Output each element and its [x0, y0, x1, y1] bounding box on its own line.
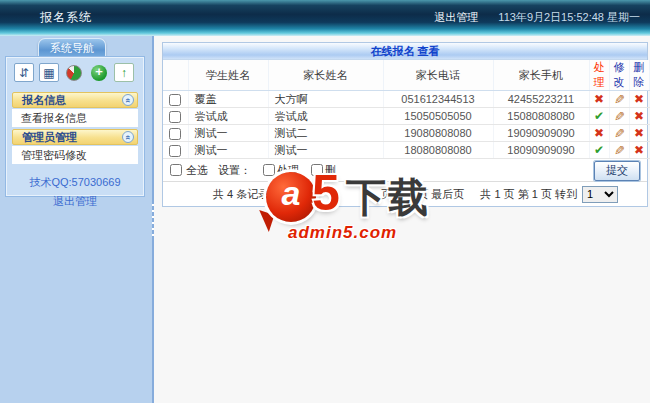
section-title: 报名信息	[22, 94, 66, 106]
sidebar: 系统导航 ⇵ ▦ + ↑ 报名信息 « 查看报名信息 管理员管理 « 管理密	[0, 36, 154, 403]
top-header-bar: 报名系统 退出管理 113年9月2日15:52:48 星期一	[0, 0, 650, 36]
cell-parent-mobile: 42455223211	[493, 91, 589, 108]
col-process: 处理	[589, 60, 609, 91]
registration-table: 学生姓名 家长姓名 家长电话 家长手机 处理 修改 删除 覆盖 大方啊 0516…	[163, 60, 650, 159]
cell-parent-name: 大方啊	[268, 91, 383, 108]
cell-parent-mobile: 19090909090	[493, 125, 589, 142]
sidebar-item-change-password[interactable]: 管理密码修改	[12, 146, 138, 164]
header-logout-link[interactable]: 退出管理	[434, 10, 478, 25]
sidebar-panel: ⇵ ▦ + ↑ 报名信息 « 查看报名信息 管理员管理 « 管理密码修改 技术Q…	[5, 56, 145, 197]
support-qq-text: 技术QQ:57030669	[6, 175, 144, 190]
edit-icon[interactable]: ✎	[614, 143, 625, 158]
cell-student-name: 测试一	[188, 142, 268, 159]
table-row: 测试一 测试二 19080808080 19090909090 ✖ ✎ ✖	[163, 125, 649, 142]
section-title: 管理员管理	[22, 131, 77, 143]
settings-label: 设置：	[218, 163, 251, 178]
delete-option-label: 删	[325, 163, 336, 178]
batch-controls-row: 全选 设置： 处理 删 提交	[163, 159, 647, 182]
select-all-checkbox[interactable]	[170, 164, 182, 176]
table-header-row: 学生姓名 家长姓名 家长电话 家长手机 处理 修改 删除	[163, 60, 649, 91]
page-info-text: 共 1 页 第 1 页 转到	[480, 187, 577, 202]
cell-parent-mobile: 15080808080	[493, 108, 589, 125]
process-status-icon[interactable]: ✖	[594, 92, 604, 106]
row-checkbox[interactable]	[169, 128, 181, 140]
cell-parent-name: 测试二	[268, 125, 383, 142]
page-select-dropdown[interactable]: 1	[582, 186, 618, 203]
app-title: 报名系统	[40, 9, 92, 26]
sidebar-logout-link[interactable]: 退出管理	[6, 194, 144, 209]
header-datetime: 113年9月2日15:52:48 星期一	[498, 10, 640, 25]
select-all-label: 全选	[186, 163, 208, 178]
col-parent-phone: 家长电话	[383, 60, 493, 91]
sort-icon[interactable]: ⇵	[14, 63, 34, 82]
process-option-checkbox[interactable]	[263, 164, 275, 176]
delete-icon[interactable]: ✖	[634, 109, 644, 123]
cell-parent-mobile: 18090909090	[493, 142, 589, 159]
cell-parent-name: 测试一	[268, 142, 383, 159]
pagination-nav-links[interactable]: 页 下一页 最后页	[381, 187, 464, 202]
table-row: 测试一 测试一 18080808080 18090909090 ✔ ✎ ✖	[163, 142, 649, 159]
delete-option-checkbox[interactable]	[311, 164, 323, 176]
export-up-icon[interactable]: ↑	[114, 63, 134, 82]
pie-chart-icon[interactable]	[64, 63, 84, 82]
logo-swoosh-tail	[254, 210, 275, 232]
sidebar-menu: 报名信息 « 查看报名信息 管理员管理 « 管理密码修改	[12, 92, 138, 164]
header-checkbox-col	[163, 60, 188, 91]
col-parent-mobile: 家长手机	[493, 60, 589, 91]
add-icon[interactable]: +	[89, 63, 109, 82]
collapse-icon[interactable]: «	[122, 131, 134, 143]
collapse-icon[interactable]: «	[122, 94, 134, 106]
delete-icon[interactable]: ✖	[634, 92, 644, 106]
delete-icon[interactable]: ✖	[634, 143, 644, 157]
main-panel: 在线报名 查看 学生姓名 家长姓名 家长电话 家长手机 处理 修改 删除	[162, 42, 648, 207]
cell-parent-phone: 15050505050	[383, 108, 493, 125]
cell-student-name: 覆盖	[188, 91, 268, 108]
section-header-registration-info[interactable]: 报名信息 «	[12, 92, 138, 108]
panel-title-bar: 在线报名 查看	[163, 43, 647, 60]
cell-student-name: 尝试成	[188, 108, 268, 125]
cell-student-name: 测试一	[188, 125, 268, 142]
sidebar-item-view-registrations[interactable]: 查看报名信息	[12, 109, 138, 127]
edit-icon[interactable]: ✎	[614, 109, 625, 124]
grid-icon[interactable]: ▦	[39, 63, 59, 82]
table-row: 覆盖 大方啊 051612344513 42455223211 ✖ ✎ ✖	[163, 91, 649, 108]
edit-icon[interactable]: ✎	[614, 126, 625, 141]
cell-parent-phone: 18080808080	[383, 142, 493, 159]
cell-parent-name: 尝试成	[268, 108, 383, 125]
process-option-label: 处理	[277, 163, 299, 178]
edit-icon[interactable]: ✎	[614, 92, 625, 107]
submit-button[interactable]: 提交	[594, 161, 640, 181]
header-right-group: 退出管理 113年9月2日15:52:48 星期一	[434, 10, 640, 25]
section-header-admin-management[interactable]: 管理员管理 «	[12, 129, 138, 145]
col-parent-name: 家长姓名	[268, 60, 383, 91]
col-student-name: 学生姓名	[188, 60, 268, 91]
col-edit: 修改	[609, 60, 629, 91]
row-checkbox[interactable]	[169, 145, 181, 157]
process-status-icon[interactable]: ✖	[594, 126, 604, 140]
process-status-icon[interactable]: ✔	[594, 143, 604, 157]
sidebar-splitter-handle[interactable]	[152, 204, 154, 238]
table-row: 尝试成 尝试成 15050505050 15080808080 ✔ ✎ ✖	[163, 108, 649, 125]
panel-title: 在线报名	[370, 45, 414, 57]
cell-parent-phone: 051612344513	[383, 91, 493, 108]
sidebar-toolbar: ⇵ ▦ + ↑	[6, 57, 144, 83]
panel-view-link[interactable]: 查看	[418, 45, 440, 57]
total-records-text: 共 4 条记录	[213, 187, 269, 202]
cell-parent-phone: 19080808080	[383, 125, 493, 142]
logo-site-url: admin5.com	[288, 223, 397, 243]
col-delete: 删除	[629, 60, 649, 91]
row-checkbox[interactable]	[169, 94, 181, 106]
pagination-row: 共 4 条记录 页 下一页 最后页 共 1 页 第 1 页 转到 1	[163, 182, 647, 206]
row-checkbox[interactable]	[169, 111, 181, 123]
process-status-icon[interactable]: ✔	[594, 109, 604, 123]
registration-admin-app: 报名系统 退出管理 113年9月2日15:52:48 星期一 系统导航 ⇵ ▦ …	[0, 0, 650, 403]
delete-icon[interactable]: ✖	[634, 126, 644, 140]
